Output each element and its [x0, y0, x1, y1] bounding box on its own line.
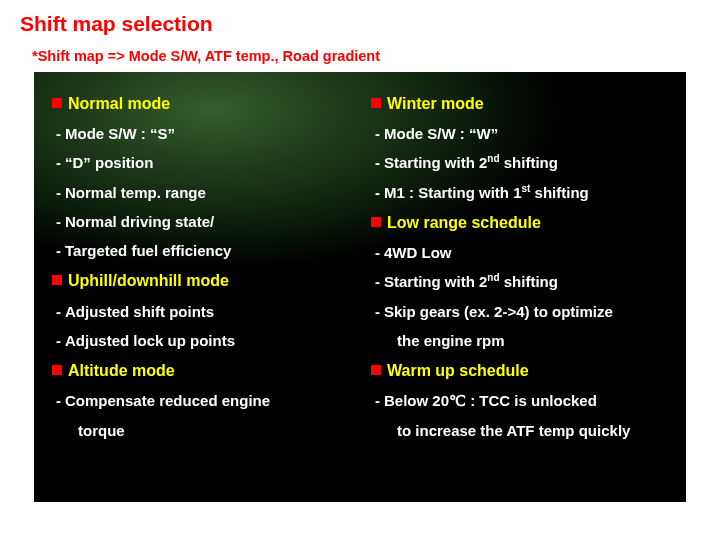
item-text: Below 20℃ : TCC is unlocked	[384, 392, 597, 409]
item-text: Adjusted lock up points	[65, 332, 235, 349]
item-text: Targeted fuel efficiency	[65, 242, 231, 259]
list-item-continuation: to increase the ATF temp quickly	[371, 416, 668, 445]
item-text: Adjusted shift points	[65, 303, 214, 320]
item-text: Normal temp. range	[65, 184, 206, 201]
right-column: Winter mode -Mode S/W : “W” -Starting wi…	[371, 88, 668, 484]
list-item: -Normal temp. range	[52, 178, 349, 207]
item-text: Compensate reduced engine	[65, 392, 270, 409]
item-text: 4WD Low	[384, 244, 452, 261]
list-item: -4WD Low	[371, 238, 668, 267]
ordinal-sup: nd	[487, 272, 499, 283]
mode-label: Low range schedule	[387, 214, 541, 231]
item-text: Normal driving state/	[65, 213, 214, 230]
list-item: -Adjusted shift points	[52, 297, 349, 326]
list-item: -Starting with 2nd shifting	[371, 267, 668, 296]
square-bullet-icon	[52, 98, 62, 108]
item-text: Skip gears (ex. 2->4) to optimize	[384, 303, 613, 320]
list-item: -Normal driving state/	[52, 207, 349, 236]
item-text: to increase the ATF temp quickly	[397, 422, 630, 439]
list-item: -Adjusted lock up points	[52, 326, 349, 355]
square-bullet-icon	[52, 275, 62, 285]
list-item-continuation: the engine rpm	[371, 326, 668, 355]
left-column: Normal mode -Mode S/W : “S” -“D” positio…	[52, 88, 349, 484]
item-text: Starting with 2	[384, 273, 487, 290]
ordinal-sup: nd	[487, 153, 499, 164]
page-subtitle: *Shift map => Mode S/W, ATF temp., Road …	[32, 48, 700, 64]
mode-label: Altitude mode	[68, 362, 175, 379]
list-item: -“D” position	[52, 148, 349, 177]
content-panel: Normal mode -Mode S/W : “S” -“D” positio…	[34, 72, 686, 502]
item-text: M1 : Starting with 1	[384, 184, 522, 201]
item-text: “D” position	[65, 154, 153, 171]
square-bullet-icon	[371, 98, 381, 108]
mode-label: Uphill/downhill mode	[68, 272, 229, 289]
square-bullet-icon	[371, 365, 381, 375]
mode-heading-normal: Normal mode	[52, 88, 349, 119]
list-item: -Mode S/W : “W”	[371, 119, 668, 148]
slide: Shift map selection *Shift map => Mode S…	[0, 0, 720, 540]
list-item: -Mode S/W : “S”	[52, 119, 349, 148]
item-text: shifting	[500, 154, 558, 171]
mode-heading-lowrange: Low range schedule	[371, 207, 668, 238]
item-text: torque	[78, 422, 125, 439]
mode-heading-winter: Winter mode	[371, 88, 668, 119]
mode-heading-altitude: Altitude mode	[52, 355, 349, 386]
square-bullet-icon	[371, 217, 381, 227]
list-item: -Targeted fuel efficiency	[52, 236, 349, 265]
square-bullet-icon	[52, 365, 62, 375]
item-text: shifting	[530, 184, 588, 201]
list-item: -Starting with 2nd shifting	[371, 148, 668, 177]
list-item: -Skip gears (ex. 2->4) to optimize	[371, 297, 668, 326]
list-item: -Below 20℃ : TCC is unlocked	[371, 386, 668, 415]
item-text: Starting with 2	[384, 154, 487, 171]
item-text: Mode S/W : “S”	[65, 125, 175, 142]
list-item-continuation: torque	[52, 416, 349, 445]
mode-label: Normal mode	[68, 95, 170, 112]
page-title: Shift map selection	[20, 12, 700, 36]
mode-label: Warm up schedule	[387, 362, 529, 379]
item-text: shifting	[500, 273, 558, 290]
mode-label: Winter mode	[387, 95, 484, 112]
mode-heading-uphill: Uphill/downhill mode	[52, 265, 349, 296]
item-text: Mode S/W : “W”	[384, 125, 498, 142]
list-item: -Compensate reduced engine	[52, 386, 349, 415]
list-item: -M1 : Starting with 1st shifting	[371, 178, 668, 207]
mode-heading-warmup: Warm up schedule	[371, 355, 668, 386]
item-text: the engine rpm	[397, 332, 505, 349]
